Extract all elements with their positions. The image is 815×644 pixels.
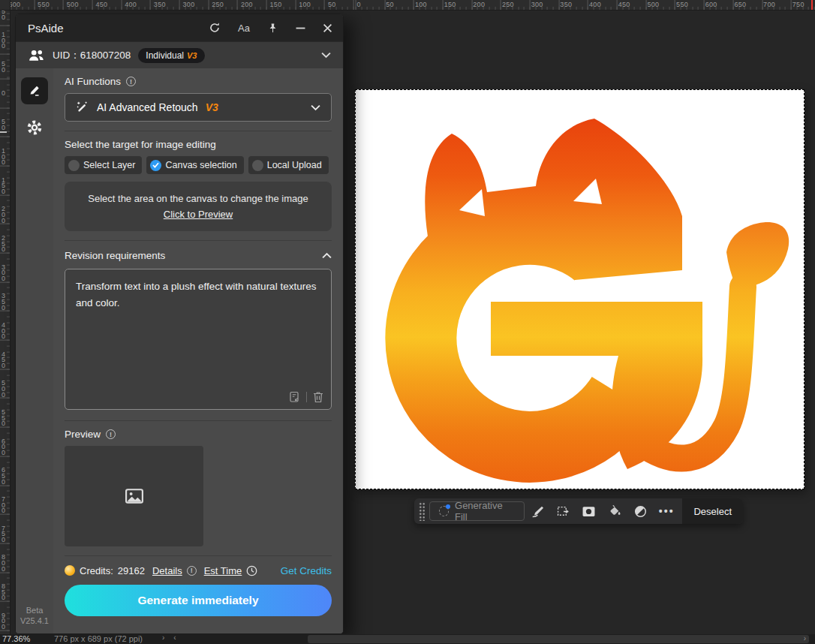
ruler-origin-box[interactable] [0,0,11,11]
brush-selection-button[interactable] [525,500,550,522]
more-options-button[interactable]: ••• [654,500,679,522]
ruler-left[interactable]: 1 5 01 0 05 005 01 0 01 5 02 0 02 5 03 0… [0,11,11,634]
preview-title: Preview [65,429,101,440]
plan-version: V3 [187,51,197,60]
brush-icon [531,505,544,518]
generative-fill-button[interactable]: Generative Fill [429,501,525,521]
panel-left-rail: Beta V25.4.1 [16,68,53,633]
revision-text: Transform text into a plush effect with … [76,278,320,311]
pin-icon[interactable] [267,23,278,34]
account-row[interactable]: UID：618007208 Individual V3 [16,41,343,68]
option-local-upload[interactable]: Local Upload [248,156,329,174]
panel-titlebar[interactable]: PsAide Aa [16,14,343,41]
divider [306,392,307,402]
ruler-cursor-marker [811,0,813,11]
plan-name: Individual [146,50,184,61]
chevron-up-icon[interactable] [322,252,332,259]
ai-functions-title: AI Functions [65,76,121,87]
horizontal-scrollbar-thumb[interactable] [308,635,809,643]
function-version: V3 [206,101,218,113]
credits-value: 29162 [118,565,145,576]
info-icon[interactable] [126,77,136,86]
paint-bucket-icon [609,505,621,517]
ruler-top[interactable]: 6005505004504003503002502001501005005010… [11,0,815,11]
hint-text: Select the area on the canvas to change … [88,193,308,204]
option-label: Canvas selection [165,160,236,170]
fill-selection-button[interactable] [602,500,627,522]
status-arrows-icon[interactable]: ›‹ [162,633,185,642]
half-circle-icon [634,505,647,518]
canvas-hint-box: Select the area on the canvas to change … [65,182,332,231]
target-title: Select the target for image editing [65,139,216,150]
minimize-icon[interactable] [296,23,305,33]
ai-function-dropdown[interactable]: AI Advanced Retouch V3 [65,93,332,122]
chevron-down-icon [311,104,320,111]
generative-fill-icon [439,506,449,516]
option-label: Local Upload [267,160,322,170]
uid-text: UID：618007208 [53,49,131,62]
photoshop-workspace: 6005505004504003503002502001501005005010… [0,0,815,644]
panel-content: AI Functions AI Advanced Retouch V3 [53,68,343,633]
text-size-icon[interactable]: Aa [238,23,250,34]
edit-tool-button[interactable] [21,77,48,104]
deselect-button[interactable]: Deselect [682,498,743,524]
info-icon[interactable] [106,429,116,439]
radio-selected-icon [150,160,161,171]
revision-textarea[interactable]: Transform text into a plush effect with … [65,269,332,410]
deselect-label: Deselect [693,506,732,517]
status-bar: 77.36% 776 px x 689 px (72 ppi) ›‹ [0,634,815,644]
radio-unselected-icon [68,160,80,171]
gear-icon [26,119,43,136]
option-label: Select Layer [83,160,135,170]
ruler-left-cursor-marker [0,131,7,133]
target-section: Select the target for image editing Sele… [65,131,332,241]
canvas-selection[interactable] [355,89,804,489]
refresh-icon[interactable] [209,22,221,34]
close-icon[interactable] [323,23,332,33]
credits-section: Credits: 29162 Details Est Time Get Cred… [65,556,332,616]
panel-title: PsAide [28,22,209,35]
details-link[interactable]: Details [152,565,182,576]
clock-icon [246,565,257,576]
version-label: V25.4.1 [20,615,49,626]
revision-section: Revision requirements Transform text int… [65,241,332,421]
info-icon[interactable] [187,566,197,576]
click-to-preview-link[interactable]: Click to Preview [164,209,233,220]
coin-icon [65,565,75,576]
preview-placeholder [65,446,203,546]
users-icon [28,49,45,62]
panel-version-info: Beta V25.4.1 [20,605,49,626]
est-time-link[interactable]: Est Time [204,565,242,576]
prompt-history-icon[interactable] [288,391,300,403]
preview-section: Preview [65,421,332,556]
document-info[interactable]: 776 px x 689 px (72 ppi) [54,634,143,643]
selected-function-label: AI Advanced Retouch [97,101,198,113]
generative-fill-label: Generative Fill [455,500,515,522]
transform-selection-icon [557,505,570,518]
ellipsis-icon: ••• [659,505,675,517]
ai-functions-section: AI Functions AI Advanced Retouch V3 [65,68,332,131]
generate-button[interactable]: Generate immediately [65,585,332,616]
zoom-level[interactable]: 77.36% [2,634,30,643]
generate-button-label: Generate immediately [137,594,258,607]
taskbar-drag-handle-icon[interactable] [418,501,425,521]
settings-button[interactable] [26,119,43,139]
beta-label: Beta [20,605,49,615]
revision-title: Revision requirements [65,250,165,261]
credits-label: Credits: [80,565,113,576]
option-canvas-selection[interactable]: Canvas selection [146,156,243,174]
chevron-down-icon[interactable] [321,52,331,59]
cat-g-logo [356,90,805,490]
get-credits-link[interactable]: Get Credits [281,565,332,576]
create-mask-button[interactable] [576,500,602,522]
mask-icon [582,506,595,517]
image-placeholder-icon [125,489,143,504]
modify-selection-button[interactable] [550,500,576,522]
trash-icon[interactable] [313,391,323,403]
contextual-taskbar: Generative Fill [414,498,743,524]
psaide-panel: PsAide Aa [15,14,344,634]
magic-wand-icon [76,101,89,114]
plan-badge: Individual V3 [138,48,204,63]
option-select-layer[interactable]: Select Layer [65,156,142,174]
adjustment-button[interactable] [628,500,654,522]
